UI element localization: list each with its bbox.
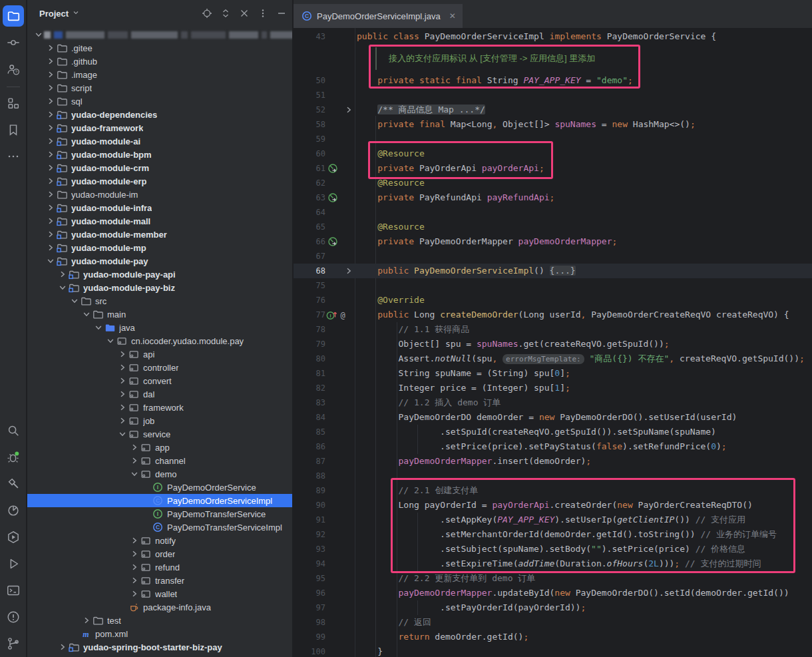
tree-chevron-icon[interactable] <box>45 122 56 133</box>
tree-chevron-icon[interactable] <box>57 642 68 652</box>
tree-item[interactable]: order <box>27 547 292 560</box>
tree-chevron-icon[interactable] <box>45 242 56 253</box>
tree-item[interactable]: transfer <box>27 574 292 587</box>
collapse-all-icon[interactable] <box>239 8 250 19</box>
code-line[interactable]: 78// 1.1 获得商品 <box>294 322 812 337</box>
tree-chevron-icon[interactable] <box>45 149 56 160</box>
code-line[interactable]: 79Object[] spu = spuNames.get(createReqV… <box>294 337 812 351</box>
tree-item[interactable]: script <box>27 81 292 95</box>
problems-tool-button[interactable] <box>3 606 24 628</box>
tree-chevron-icon[interactable] <box>45 229 56 240</box>
tree-chevron-icon[interactable] <box>45 83 56 93</box>
learn-tool-button[interactable]: ? <box>3 59 24 80</box>
code-line[interactable]: 82Integer price = (Integer) spu[1]; <box>294 381 812 395</box>
debug-tool-button[interactable] <box>3 447 24 468</box>
code-line[interactable]: 52/** 商品信息 Map ...*/ <box>294 103 812 117</box>
code-line[interactable]: 43public class PayDemoOrderServiceImpl i… <box>294 29 812 44</box>
code-line[interactable]: 83// 1.2 插入 demo 订单 <box>294 395 812 410</box>
tree-item[interactable] <box>27 28 292 41</box>
tree-item[interactable]: package-info.java <box>27 600 292 614</box>
tree-item[interactable]: CPayDemoTransferServiceImpl <box>27 521 292 534</box>
tree-item[interactable]: yudao-module-erp <box>27 174 292 188</box>
tree-chevron-icon[interactable] <box>81 309 92 320</box>
tree-item[interactable]: mpom.xml <box>27 627 292 640</box>
tree-item[interactable]: yudao-framework <box>27 121 292 134</box>
code-line[interactable]: 65@Resource <box>294 220 812 234</box>
spring-bean-gutter-icon[interactable] <box>327 236 338 250</box>
tree-chevron-icon[interactable] <box>128 455 140 466</box>
tree-chevron-icon[interactable] <box>45 202 56 213</box>
tree-item[interactable]: CPayDemoOrderServiceImpl <box>27 494 292 507</box>
tree-chevron-icon[interactable] <box>104 335 116 346</box>
tree-chevron-icon[interactable] <box>57 282 68 293</box>
structure-tool-button[interactable] <box>3 93 24 114</box>
tree-chevron-icon[interactable] <box>45 216 56 226</box>
tree-chevron-icon[interactable] <box>81 615 92 626</box>
tree-chevron-icon[interactable] <box>69 296 80 306</box>
tree-item[interactable]: yudao-module-mp <box>27 241 292 254</box>
tree-chevron-icon[interactable] <box>128 575 140 586</box>
tree-chevron-icon[interactable] <box>116 349 128 359</box>
tree-item[interactable]: demo <box>27 467 292 481</box>
options-kebab-icon[interactable] <box>258 8 268 19</box>
tree-item[interactable]: IPayDemoTransferService <box>27 507 292 521</box>
version-control-tool-button[interactable] <box>3 633 24 654</box>
code-line[interactable]: 84PayDemoOrderDO demoOrder = new PayDemo… <box>294 410 812 425</box>
locate-file-icon[interactable] <box>202 8 212 19</box>
code-line[interactable]: 51 <box>294 88 812 103</box>
services-tool-button[interactable] <box>3 527 24 548</box>
implements-gutter-icon[interactable]: I@ <box>326 310 349 323</box>
tree-chevron-icon[interactable] <box>45 56 56 67</box>
code-line[interactable]: 95// 2.2 更新支付单到 demo 订单 <box>294 571 812 586</box>
tree-item[interactable]: yudao-module-infra <box>27 201 292 214</box>
code-line[interactable]: 81String spuName = (String) spu[0]; <box>294 366 812 381</box>
code-line[interactable]: 76@Override <box>294 293 812 308</box>
tree-item[interactable]: convert <box>27 374 292 387</box>
code-line[interactable]: 97.setPayOrderId(payOrderId)); <box>294 600 812 615</box>
code-line[interactable]: 77I@public Long createDemoOrder(Long use… <box>294 308 812 322</box>
tree-item[interactable]: yudao-module-mall <box>27 214 292 228</box>
tree-item[interactable]: yudao-module-pay-biz <box>27 281 292 294</box>
panel-title[interactable]: Project <box>39 9 69 19</box>
tree-item[interactable]: IPayDemoOrderService <box>27 481 292 494</box>
tree-item[interactable]: .gitee <box>27 41 292 55</box>
tree-chevron-icon[interactable] <box>116 402 128 413</box>
hide-panel-icon[interactable] <box>276 8 287 19</box>
tree-item[interactable]: job <box>27 414 292 427</box>
tab-paydemoorderserviceimpl[interactable]: C PayDemoOrderServiceImpl.java ✕ <box>294 4 463 28</box>
tree-chevron-icon[interactable] <box>45 256 56 266</box>
tree-item[interactable]: framework <box>27 401 292 414</box>
tree-chevron-icon[interactable] <box>45 189 56 200</box>
tree-item[interactable]: yudao-module-pay <box>27 254 292 268</box>
tree-item[interactable]: test <box>27 614 292 627</box>
tree-item[interactable]: app <box>27 441 292 454</box>
tree-chevron-icon[interactable] <box>128 588 140 599</box>
tree-chevron-icon[interactable] <box>45 109 56 120</box>
tree-chevron-icon[interactable] <box>45 162 56 173</box>
tree-item[interactable]: .image <box>27 68 292 81</box>
tree-item[interactable]: yudao-module-ai <box>27 134 292 148</box>
bookmarks-tool-button[interactable] <box>3 119 24 140</box>
run-tool-button[interactable] <box>3 553 24 574</box>
code-line[interactable]: 75 <box>294 278 812 293</box>
tree-chevron-icon[interactable] <box>45 43 56 53</box>
panel-title-chevron-icon[interactable] <box>72 7 80 19</box>
code-line[interactable]: 63private PayRefundApi payRefundApi; <box>294 190 812 205</box>
tree-item[interactable]: yudao-module-pay-api <box>27 268 292 281</box>
tree-item[interactable]: cn.iocoder.yudao.module.pay <box>27 334 292 347</box>
tree-chevron-icon[interactable] <box>128 469 140 479</box>
spring-bean-gutter-icon[interactable] <box>327 163 338 176</box>
tree-item[interactable]: refund <box>27 560 292 574</box>
tree-chevron-icon[interactable] <box>45 96 56 107</box>
tree-item[interactable]: wallet <box>27 587 292 600</box>
build-tool-button[interactable] <box>3 473 24 495</box>
tree-item[interactable]: yudao-spring-boot-starter-biz-pay <box>27 640 292 654</box>
tree-item[interactable]: controller <box>27 361 292 374</box>
commit-tool-button[interactable] <box>3 32 24 53</box>
code-line[interactable]: 96payDemoOrderMapper.updateById(new PayD… <box>294 586 812 600</box>
code-line[interactable]: 86.setPrice(price).setPayStatus(false).s… <box>294 439 812 454</box>
close-tab-icon[interactable]: ✕ <box>449 11 456 21</box>
expand-selector-icon[interactable] <box>220 8 231 19</box>
tree-item[interactable]: channel <box>27 454 292 467</box>
fold-chevron-icon[interactable] <box>343 105 354 118</box>
